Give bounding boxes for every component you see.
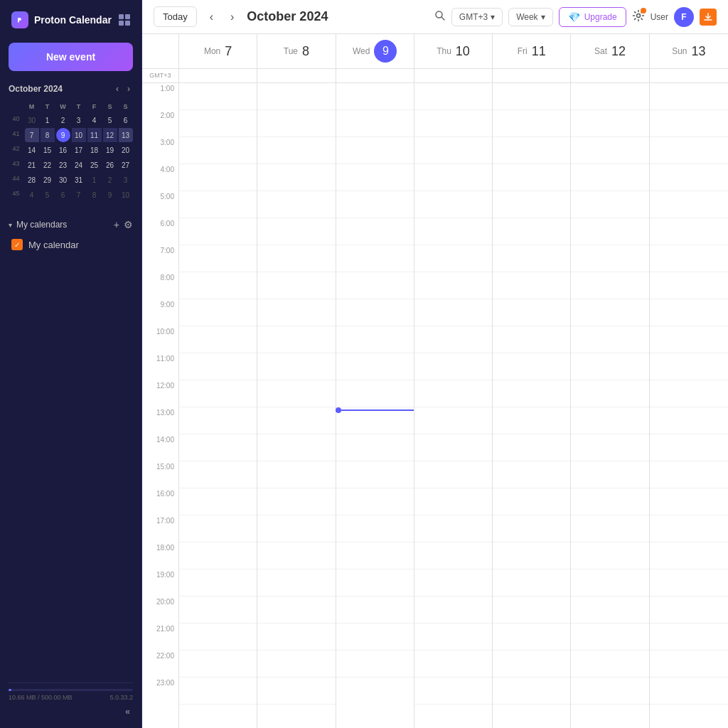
- hour-cell[interactable]: [571, 434, 648, 461]
- hour-cell[interactable]: [650, 542, 728, 569]
- cal-day-25[interactable]: 25: [87, 158, 102, 172]
- hour-cell[interactable]: [571, 353, 648, 380]
- cal-day-11[interactable]: 11: [87, 128, 102, 142]
- cal-day-23[interactable]: 23: [56, 158, 70, 172]
- hour-cell[interactable]: [414, 245, 492, 272]
- hour-cell[interactable]: [179, 542, 257, 569]
- day-col-fri[interactable]: [493, 69, 571, 728]
- hour-cell[interactable]: [650, 461, 728, 488]
- cal-day-2[interactable]: 2: [56, 113, 70, 127]
- hour-cell[interactable]: [336, 542, 414, 569]
- cal-day-27[interactable]: 27: [119, 158, 133, 172]
- hour-cell[interactable]: [257, 596, 335, 623]
- calendar-settings-button[interactable]: ⚙: [124, 219, 133, 230]
- add-calendar-button[interactable]: +: [114, 219, 119, 230]
- hour-cell[interactable]: [571, 569, 648, 596]
- cal-day-17[interactable]: 17: [72, 143, 86, 157]
- hour-cell[interactable]: [414, 623, 492, 651]
- day-col-wed[interactable]: [336, 69, 414, 728]
- hour-cell[interactable]: [493, 272, 570, 299]
- hour-cell[interactable]: [493, 434, 570, 461]
- hour-cell[interactable]: [650, 651, 728, 678]
- cal-day-18[interactable]: 18: [87, 143, 102, 157]
- hour-cell[interactable]: [414, 83, 492, 110]
- next-week-button[interactable]: ›: [226, 8, 238, 26]
- hour-cell-13[interactable]: [336, 407, 414, 434]
- cal-day-6n[interactable]: 6: [56, 188, 70, 202]
- cal-day-8[interactable]: 8: [41, 128, 55, 142]
- hour-cell[interactable]: [650, 407, 728, 434]
- cal-day-26[interactable]: 26: [103, 158, 117, 172]
- cal-day-4[interactable]: 4: [87, 113, 102, 127]
- hour-cell[interactable]: [414, 461, 492, 488]
- hour-cell[interactable]: [336, 596, 414, 623]
- hour-cell[interactable]: [414, 191, 492, 218]
- hour-cell[interactable]: [336, 272, 414, 299]
- day-col-thu[interactable]: [414, 69, 493, 728]
- hour-cell[interactable]: [493, 353, 570, 380]
- cal-day-19[interactable]: 19: [103, 143, 117, 157]
- hour-cell[interactable]: [414, 542, 492, 569]
- cal-day-3n[interactable]: 3: [119, 173, 133, 187]
- day-col-sun[interactable]: [650, 69, 728, 728]
- hour-cell[interactable]: [257, 623, 335, 651]
- hour-cell[interactable]: [414, 110, 492, 137]
- hour-cell[interactable]: [414, 326, 492, 353]
- hour-cell[interactable]: [414, 137, 492, 164]
- hour-cell[interactable]: [257, 542, 335, 569]
- day-col-tue[interactable]: [257, 69, 336, 728]
- day-header-tue[interactable]: Tue 8: [257, 34, 336, 68]
- hour-cell[interactable]: [650, 623, 728, 651]
- cal-day-6[interactable]: 6: [119, 113, 133, 127]
- week-view-button[interactable]: Week ▾: [508, 8, 552, 26]
- hour-cell[interactable]: [179, 272, 257, 299]
- hour-cell[interactable]: [650, 83, 728, 110]
- cal-day-21[interactable]: 21: [25, 158, 39, 172]
- hour-cell[interactable]: [179, 218, 257, 245]
- hour-cell[interactable]: [336, 218, 414, 245]
- day-header-sat[interactable]: Sat 12: [571, 34, 649, 68]
- hour-cell[interactable]: [336, 434, 414, 461]
- hour-cell[interactable]: [336, 353, 414, 380]
- day-col-mon[interactable]: [179, 69, 257, 728]
- timezone-button[interactable]: GMT+3 ▾: [451, 8, 503, 26]
- cal-day-10[interactable]: 10: [72, 128, 86, 142]
- hour-cell[interactable]: [493, 299, 570, 326]
- hour-cell[interactable]: [493, 623, 570, 651]
- collapse-sidebar-button[interactable]: «: [122, 704, 133, 719]
- hour-cell[interactable]: [179, 651, 257, 678]
- hour-cell[interactable]: [493, 380, 570, 407]
- hour-cell[interactable]: [571, 623, 648, 651]
- hour-cell[interactable]: [650, 137, 728, 164]
- cal-day-30[interactable]: 30: [56, 173, 70, 187]
- hour-cell[interactable]: [414, 164, 492, 191]
- hour-cell[interactable]: [257, 461, 335, 488]
- hour-cell[interactable]: [257, 434, 335, 461]
- day-header-thu[interactable]: Thu 10: [414, 34, 493, 68]
- hour-cell[interactable]: [179, 515, 257, 542]
- hour-cell[interactable]: [571, 299, 648, 326]
- hour-cell[interactable]: [336, 515, 414, 542]
- cal-day-15[interactable]: 15: [41, 143, 55, 157]
- hour-cell[interactable]: [257, 380, 335, 407]
- hour-cell[interactable]: [336, 461, 414, 488]
- day-header-fri[interactable]: Fri 11: [493, 34, 571, 68]
- hour-cell[interactable]: [493, 488, 570, 515]
- cal-day-22[interactable]: 22: [41, 158, 55, 172]
- hour-cell[interactable]: [571, 407, 648, 434]
- hour-cell[interactable]: [257, 83, 335, 110]
- hour-cell[interactable]: [179, 461, 257, 488]
- cal-day-5n[interactable]: 5: [41, 188, 55, 202]
- mini-cal-next[interactable]: ›: [124, 82, 133, 95]
- cal-day-9n[interactable]: 9: [103, 188, 117, 202]
- cal-day-7n[interactable]: 7: [72, 188, 86, 202]
- day-header-wed[interactable]: Wed 9: [336, 34, 414, 68]
- hour-cell[interactable]: [179, 434, 257, 461]
- cal-day-12[interactable]: 12: [103, 128, 117, 142]
- hour-cell[interactable]: [179, 164, 257, 191]
- hour-cell[interactable]: [257, 326, 335, 353]
- hour-cell[interactable]: [257, 299, 335, 326]
- hour-cell[interactable]: [493, 542, 570, 569]
- day-col-sat[interactable]: [571, 69, 649, 728]
- calendar-item-my[interactable]: ✓ My calendar: [9, 236, 133, 253]
